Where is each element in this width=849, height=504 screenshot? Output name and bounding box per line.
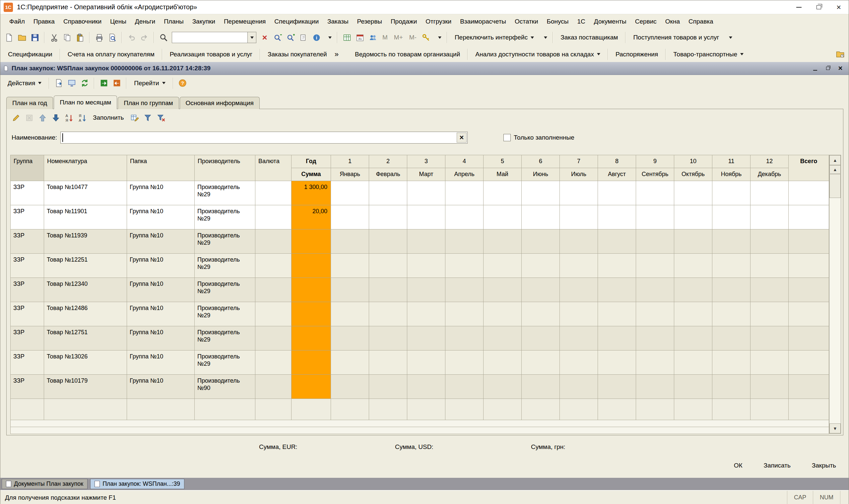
doc-restore-button[interactable] xyxy=(822,64,833,73)
cell-nomenclature[interactable]: Товар №11901 xyxy=(44,205,127,230)
cell-month[interactable] xyxy=(751,278,789,302)
memory-button[interactable]: M xyxy=(380,32,390,43)
column-header-month[interactable]: 11 xyxy=(712,155,751,168)
restore-button[interactable] xyxy=(809,0,829,14)
spreadsheet-icon[interactable] xyxy=(341,32,353,43)
cell-month[interactable] xyxy=(369,302,407,326)
cell-month[interactable] xyxy=(407,302,446,326)
cell-manufacturer[interactable]: Производитель №29 xyxy=(195,350,255,375)
cell-month[interactable] xyxy=(484,181,522,205)
cell-month[interactable] xyxy=(636,181,674,205)
toolbar2-button[interactable]: Реализация товаров и услуг xyxy=(165,47,257,62)
cell-month[interactable] xyxy=(636,302,674,326)
cell-month[interactable] xyxy=(751,254,789,278)
cell-month[interactable] xyxy=(522,230,560,254)
cell-month[interactable] xyxy=(674,350,712,375)
cell-month[interactable] xyxy=(369,254,407,278)
cell-currency[interactable] xyxy=(255,254,291,278)
toolbar-overflow-button[interactable]: » xyxy=(332,51,341,58)
cell-month[interactable] xyxy=(522,302,560,326)
cell-folder[interactable]: Группа №10 xyxy=(127,278,195,302)
cell-month[interactable] xyxy=(407,230,446,254)
tab[interactable]: План по месяцам xyxy=(54,95,117,109)
save-button[interactable]: Записать xyxy=(760,460,794,471)
cell-currency[interactable] xyxy=(255,326,291,350)
cell-month[interactable] xyxy=(674,375,712,399)
cell-month[interactable] xyxy=(484,254,522,278)
clear-search-button[interactable]: × xyxy=(259,32,271,43)
cell-month[interactable] xyxy=(484,350,522,375)
cell-total[interactable] xyxy=(789,205,829,230)
cell-month[interactable] xyxy=(522,278,560,302)
move-up-icon[interactable] xyxy=(36,112,49,124)
cell-month[interactable] xyxy=(369,278,407,302)
fill-settings-icon[interactable] xyxy=(128,112,140,124)
menu-item[interactable]: Резервы xyxy=(353,16,386,28)
cell-currency[interactable] xyxy=(255,278,291,302)
menu-item[interactable]: Заказы xyxy=(323,16,353,28)
cell-month[interactable] xyxy=(636,230,674,254)
quick-search-input[interactable] xyxy=(172,32,248,43)
menu-item[interactable]: Продажи xyxy=(386,16,421,28)
cell-manufacturer[interactable]: Производитель №90 xyxy=(195,375,255,399)
fill-button[interactable]: Заполнить xyxy=(90,112,127,123)
cell-folder[interactable]: Группа №10 xyxy=(127,350,195,375)
calendar-icon[interactable]: 31 xyxy=(354,32,366,43)
cell-year-sum[interactable] xyxy=(291,230,331,254)
cell-month[interactable] xyxy=(560,254,598,278)
cell-total[interactable] xyxy=(789,230,829,254)
toolbar2-button[interactable]: Заказы покупателей xyxy=(263,47,332,62)
settings-dropdown-button[interactable] xyxy=(433,35,444,41)
menu-item[interactable]: Отгрузки xyxy=(421,16,456,28)
cell-month[interactable] xyxy=(446,350,484,375)
cell-month[interactable] xyxy=(446,205,484,230)
tab[interactable]: План на год xyxy=(6,97,53,109)
cell-month[interactable] xyxy=(560,205,598,230)
cell-year-sum[interactable]: 1 300,00 xyxy=(291,181,331,205)
cell-month[interactable] xyxy=(712,375,751,399)
cell-group[interactable]: ЗЗР xyxy=(11,302,44,326)
cell-month[interactable] xyxy=(712,254,751,278)
vertical-scrollbar[interactable]: ▲ ▲ ▼ xyxy=(829,155,841,434)
column-subheader-month-name[interactable]: Ноябрь xyxy=(712,168,751,181)
scroll-up-button[interactable]: ▲ xyxy=(829,155,841,165)
menu-item[interactable]: Окна xyxy=(661,16,684,28)
cell-folder[interactable]: Группа №10 xyxy=(127,205,195,230)
column-subheader-month-name[interactable]: Май xyxy=(484,168,522,181)
menu-item[interactable]: Закупки xyxy=(188,16,219,28)
cut-icon[interactable] xyxy=(48,32,60,43)
info-dropdown-button[interactable] xyxy=(323,35,333,41)
scrollbar-thumb[interactable] xyxy=(829,174,841,198)
cell-year-sum[interactable] xyxy=(291,302,331,326)
toolbar2-button[interactable]: Распоряжения xyxy=(611,47,663,62)
cell-manufacturer[interactable]: Производитель №29 xyxy=(195,326,255,350)
column-header-month[interactable]: 3 xyxy=(407,155,446,168)
menu-item[interactable]: Цены xyxy=(106,16,131,28)
print-icon[interactable] xyxy=(93,32,105,43)
cell-month[interactable] xyxy=(522,375,560,399)
cell-month[interactable] xyxy=(407,326,446,350)
cell-month[interactable] xyxy=(522,181,560,205)
cell-month[interactable] xyxy=(484,326,522,350)
cell-total[interactable] xyxy=(789,254,829,278)
menu-item[interactable]: Правка xyxy=(29,16,59,28)
cell-month[interactable] xyxy=(560,375,598,399)
cell-manufacturer[interactable]: Производитель №29 xyxy=(195,254,255,278)
column-subheader-month-name[interactable]: Март xyxy=(407,168,446,181)
column-subheader-month-name[interactable]: Февраль xyxy=(369,168,407,181)
move-down-icon[interactable] xyxy=(50,112,62,124)
minimize-button[interactable] xyxy=(789,0,809,14)
tab[interactable]: План по группам xyxy=(118,97,179,109)
toolbar2-button[interactable]: Спецификации xyxy=(3,47,57,62)
table-row[interactable]: ЗЗРТовар №12486Группа №10Производитель №… xyxy=(11,302,829,326)
cell-month[interactable] xyxy=(674,181,712,205)
cell-folder[interactable]: Группа №10 xyxy=(127,326,195,350)
menu-item[interactable]: Перемещения xyxy=(219,16,270,28)
column-header-month[interactable]: 10 xyxy=(674,155,712,168)
export-icon[interactable] xyxy=(111,77,123,89)
redo-icon[interactable] xyxy=(138,32,150,43)
cell-group[interactable]: ЗЗР xyxy=(11,375,44,399)
sort-ascending-icon[interactable]: АЯ xyxy=(63,112,75,124)
column-subheader-month-name[interactable]: Октябрь xyxy=(674,168,712,181)
cell-month[interactable] xyxy=(598,205,636,230)
